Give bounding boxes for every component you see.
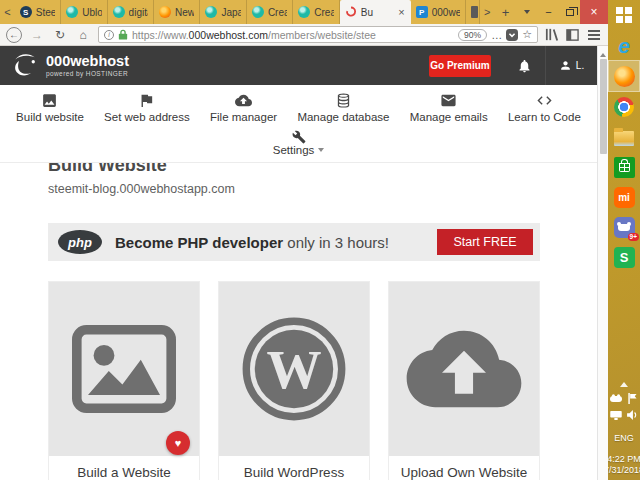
- email-icon: [440, 92, 457, 109]
- clock-date: 7/31/2018: [604, 465, 640, 476]
- taskbar-discord[interactable]: 9+: [608, 212, 640, 242]
- tab-000webhost[interactable]: P 000we: [411, 0, 466, 24]
- tab-steem[interactable]: S Steem: [15, 0, 61, 24]
- scrollbar-thumb[interactable]: [600, 59, 607, 154]
- tab-build-website-active[interactable]: Bu ×: [340, 0, 411, 24]
- favorite-heart-button[interactable]: ♥: [166, 431, 190, 455]
- taskbar-chrome[interactable]: [608, 92, 640, 122]
- nav-label: Settings: [273, 144, 315, 156]
- brand[interactable]: 000webhost powered by HOSTINGER: [10, 52, 129, 79]
- card-image-area: W: [219, 282, 369, 456]
- tab-create-2[interactable]: Create: [293, 0, 339, 24]
- brand-name: 000webhost: [46, 54, 129, 69]
- notification-count-badge: 9+: [628, 233, 639, 241]
- tray-volume-icon[interactable]: [627, 410, 638, 420]
- taskbar-file-explorer[interactable]: [608, 122, 640, 152]
- restore-icon: [566, 9, 574, 16]
- firefox-favicon-icon: [159, 6, 171, 18]
- restore-button[interactable]: [559, 0, 580, 24]
- nav-item-manage-emails[interactable]: Manage emails: [410, 92, 488, 123]
- nav-label: File manager: [210, 111, 277, 123]
- nav-item-learn-to-code[interactable]: Learn to Code: [508, 92, 581, 123]
- user-label: L.: [576, 60, 584, 71]
- nav-item-build-website[interactable]: Build website: [16, 92, 84, 123]
- nav-item-file-manager[interactable]: File manager: [210, 92, 277, 123]
- bookmark-star-icon[interactable]: ☆: [522, 28, 532, 41]
- start-free-button[interactable]: Start FREE: [437, 229, 533, 255]
- library-icon[interactable]: [545, 28, 559, 41]
- firefox-icon: [614, 66, 635, 87]
- nav-label: Set web address: [104, 111, 190, 123]
- url-text[interactable]: https://www.000webhost.com/members/websi…: [132, 29, 454, 41]
- tab-label: Ublog: [82, 7, 101, 18]
- card-build-a-website[interactable]: ♥ Build a Website: [48, 281, 200, 480]
- chevron-down-icon: [318, 148, 324, 155]
- tab-scroll-left-button[interactable]: <: [0, 0, 15, 24]
- tab-list-dropdown-button[interactable]: [516, 0, 538, 24]
- user-icon: [559, 59, 572, 72]
- card-title: Upload Own Website: [389, 456, 539, 480]
- scroll-up-arrow-icon[interactable]: [600, 50, 606, 57]
- tray-gamepad-icon[interactable]: [610, 394, 622, 403]
- p-favicon-icon: P: [416, 6, 428, 18]
- address-bar[interactable]: i https://www.000webhost.com/members/web…: [98, 26, 538, 43]
- member-nav-row: Build website Set web address File manag…: [0, 85, 597, 130]
- zoom-level-indicator[interactable]: 90%: [458, 29, 487, 41]
- card-build-wordpress[interactable]: W Build WordPress: [218, 281, 370, 480]
- wrench-icon: [292, 130, 306, 144]
- minimize-button[interactable]: −: [538, 0, 559, 24]
- taskbar-mi-app[interactable]: mi: [608, 182, 640, 212]
- tab-close-icon[interactable]: ×: [397, 6, 405, 18]
- notifications-button[interactable]: [503, 46, 545, 85]
- start-button[interactable]: [608, 0, 640, 30]
- tab-label: Japan: [221, 7, 240, 18]
- chrome-icon: [614, 97, 634, 117]
- menu-hamburger-icon[interactable]: [588, 34, 600, 36]
- database-icon: [335, 92, 352, 109]
- forward-button[interactable]: →: [29, 29, 45, 41]
- page-actions-icon[interactable]: …: [491, 29, 502, 41]
- card-upload-own-website[interactable]: Upload Own Website: [388, 281, 540, 480]
- taskbar-internet-explorer[interactable]: e: [608, 30, 640, 60]
- tab-label: 000we: [432, 7, 460, 18]
- taskbar-windows-store[interactable]: [608, 152, 640, 182]
- language-indicator[interactable]: ENG: [614, 433, 634, 444]
- home-button[interactable]: ⌂: [75, 29, 91, 41]
- tab-scroll-right-button[interactable]: >: [480, 0, 495, 24]
- tab-digital[interactable]: digital: [108, 0, 154, 24]
- reload-button[interactable]: ↻: [52, 29, 68, 41]
- tray-network-icon[interactable]: [610, 411, 622, 420]
- tab-label: New T: [175, 7, 194, 18]
- php-promo-banner: php Become PHP developer only in 3 hours…: [48, 223, 540, 261]
- go-premium-button[interactable]: Go Premium: [429, 55, 491, 77]
- tab-label: Create: [268, 7, 287, 18]
- taskbar-clock[interactable]: 4:22 PM 7/31/2018: [604, 454, 640, 476]
- navigation-toolbar: ← → ↻ ⌂ i https://www.000webhost.com/mem…: [0, 24, 608, 46]
- card-title: Build WordPress: [219, 456, 369, 480]
- tab-partial[interactable]: [466, 0, 480, 24]
- nav-item-set-web-address[interactable]: Set web address: [104, 92, 190, 123]
- tab-create-1[interactable]: Create: [247, 0, 293, 24]
- tab-label: digital: [129, 7, 148, 18]
- tab-japan[interactable]: Japan: [200, 0, 246, 24]
- tab-new-tab[interactable]: New T: [154, 0, 200, 24]
- sidebar-toggle-icon[interactable]: [566, 29, 579, 41]
- pocket-icon[interactable]: [506, 29, 518, 41]
- new-tab-button[interactable]: +: [495, 0, 517, 24]
- nav-item-settings[interactable]: Settings: [273, 130, 325, 163]
- nav-item-manage-database[interactable]: Manage database: [297, 92, 389, 123]
- page-scrollbar[interactable]: [597, 46, 608, 480]
- close-button[interactable]: ×: [580, 0, 608, 24]
- user-menu-button[interactable]: L.: [545, 46, 597, 85]
- https-lock-icon[interactable]: [118, 29, 128, 40]
- show-hidden-icons-button[interactable]: [620, 378, 628, 387]
- steemit-favicon-icon: S: [20, 6, 32, 18]
- tray-defender-flag-icon[interactable]: [627, 393, 637, 404]
- back-button[interactable]: ←: [6, 27, 22, 43]
- taskbar-s-app[interactable]: S: [608, 242, 640, 272]
- tab-ublog[interactable]: Ublog: [61, 0, 107, 24]
- tray-icons: [609, 393, 639, 420]
- site-info-icon[interactable]: i: [104, 30, 114, 40]
- windows-logo-icon: [616, 7, 632, 23]
- taskbar-firefox-active[interactable]: [608, 60, 640, 92]
